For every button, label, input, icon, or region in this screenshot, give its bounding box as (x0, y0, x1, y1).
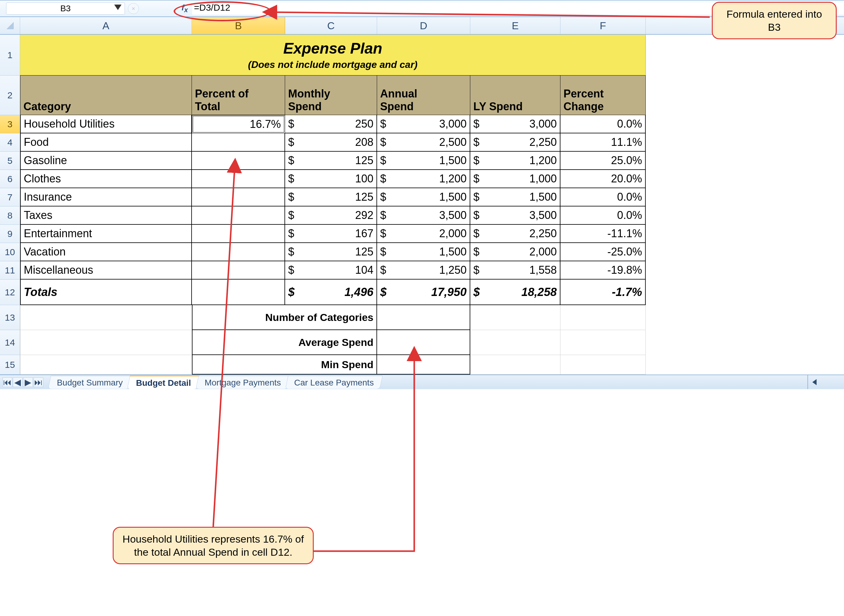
row-header-8[interactable]: 8 (0, 207, 20, 225)
cell-ly[interactable]: $3,000 (470, 115, 561, 133)
totals-label[interactable]: Totals (20, 280, 192, 305)
cell-a13[interactable] (20, 305, 192, 330)
fx-icon[interactable]: fx (182, 3, 188, 14)
cell-monthly[interactable]: $208 (285, 133, 377, 152)
summary-min-label[interactable]: Min Spend (192, 355, 377, 374)
cell-change[interactable]: 0.0% (561, 115, 646, 133)
row-header-5[interactable]: 5 (0, 152, 20, 170)
cell-e13[interactable] (470, 305, 561, 330)
row-header-13[interactable]: 13 (0, 305, 20, 330)
cell-pct[interactable] (192, 133, 285, 152)
cell-change[interactable]: 0.0% (561, 188, 646, 207)
cell-annual[interactable]: $1,500 (377, 152, 470, 170)
cell-annual[interactable]: $1,500 (377, 243, 470, 261)
cell-monthly[interactable]: $125 (285, 243, 377, 261)
horizontal-scroll[interactable] (807, 375, 844, 389)
cell-category[interactable]: Entertainment (20, 225, 192, 243)
cell-pct[interactable] (192, 152, 285, 170)
cell-annual[interactable]: $2,500 (377, 133, 470, 152)
tab-first-icon[interactable]: ⏮ (3, 377, 12, 387)
cell-pct[interactable] (192, 243, 285, 261)
cell-monthly[interactable]: $250 (285, 115, 377, 133)
col-header-b[interactable]: B (192, 17, 285, 34)
summary-min-value[interactable] (377, 355, 470, 374)
row-header-15[interactable]: 15 (0, 355, 20, 374)
cell-annual[interactable]: $3,500 (377, 207, 470, 225)
tab-mortgage-payments[interactable]: Mortgage Payments (195, 376, 290, 389)
header-pct[interactable]: Percent ofTotal (192, 76, 285, 115)
cell-change[interactable]: 11.1% (561, 133, 646, 152)
row-header-4[interactable]: 4 (0, 133, 20, 152)
cell-category[interactable]: Gasoline (20, 152, 192, 170)
row-header-14[interactable]: 14 (0, 330, 20, 355)
row-header-10[interactable]: 10 (0, 243, 20, 261)
cell-annual[interactable]: $2,000 (377, 225, 470, 243)
cell-ly[interactable]: $1,000 (470, 170, 561, 188)
totals-monthly[interactable]: $1,496 (285, 280, 377, 305)
cell-category[interactable]: Clothes (20, 170, 192, 188)
cell-e14[interactable] (470, 330, 561, 355)
row-header-2[interactable]: 2 (0, 76, 20, 115)
cell-change[interactable]: 0.0% (561, 207, 646, 225)
cell-annual[interactable]: $1,500 (377, 188, 470, 207)
cell-change[interactable]: 20.0% (561, 170, 646, 188)
col-header-e[interactable]: E (470, 17, 561, 34)
cell-change[interactable]: -11.1% (561, 225, 646, 243)
col-header-f[interactable]: F (561, 17, 646, 34)
cell-ly[interactable]: $1,500 (470, 188, 561, 207)
header-annual[interactable]: AnnualSpend (377, 76, 470, 115)
cell-ly[interactable]: $2,250 (470, 225, 561, 243)
cell-f14[interactable] (561, 330, 646, 355)
cell-monthly[interactable]: $125 (285, 188, 377, 207)
cell-ly[interactable]: $1,558 (470, 261, 561, 280)
cell-annual[interactable]: $1,200 (377, 170, 470, 188)
col-header-c[interactable]: C (285, 17, 377, 34)
header-monthly[interactable]: MonthlySpend (285, 76, 377, 115)
row-header-9[interactable]: 9 (0, 225, 20, 243)
name-box[interactable]: B3 (6, 3, 125, 15)
summary-avg-label[interactable]: Average Spend (192, 330, 377, 355)
totals-annual[interactable]: $17,950 (377, 280, 470, 305)
cell-category[interactable]: Food (20, 133, 192, 152)
header-change[interactable]: PercentChange (561, 76, 646, 115)
cell-monthly[interactable]: $292 (285, 207, 377, 225)
cell-category[interactable]: Insurance (20, 188, 192, 207)
cell-monthly[interactable]: $104 (285, 261, 377, 280)
cancel-formula-icon[interactable]: × (128, 3, 139, 14)
summary-num-value[interactable] (377, 305, 470, 330)
select-all-corner[interactable] (0, 17, 20, 34)
cell-pct[interactable] (192, 207, 285, 225)
cell-pct[interactable] (192, 170, 285, 188)
cell-f13[interactable] (561, 305, 646, 330)
cell-f15[interactable] (561, 355, 646, 374)
cell-category[interactable]: Vacation (20, 243, 192, 261)
cell-category[interactable]: Household Utilities (20, 115, 192, 133)
tab-budget-detail[interactable]: Budget Detail (127, 375, 200, 389)
totals-change[interactable]: -1.7% (561, 280, 646, 305)
totals-ly[interactable]: $18,258 (470, 280, 561, 305)
cell-pct[interactable]: 16.7% (192, 115, 285, 133)
cell-category[interactable]: Miscellaneous (20, 261, 192, 280)
cell-annual[interactable]: $3,000 (377, 115, 470, 133)
row-header-12[interactable]: 12 (0, 280, 20, 305)
cell-ly[interactable]: $2,250 (470, 133, 561, 152)
row-header-1[interactable]: 1 (0, 35, 20, 76)
title-cell[interactable]: Expense Plan (Does not include mortgage … (20, 35, 646, 76)
cell-change[interactable]: 25.0% (561, 152, 646, 170)
cell-annual[interactable]: $1,250 (377, 261, 470, 280)
cell-ly[interactable]: $1,200 (470, 152, 561, 170)
row-header-6[interactable]: 6 (0, 170, 20, 188)
tab-budget-summary[interactable]: Budget Summary (48, 376, 132, 389)
header-category[interactable]: Category (20, 76, 192, 115)
cell-monthly[interactable]: $167 (285, 225, 377, 243)
cell-category[interactable]: Taxes (20, 207, 192, 225)
cell-a14[interactable] (20, 330, 192, 355)
col-header-d[interactable]: D (377, 17, 470, 34)
cell-monthly[interactable]: $125 (285, 152, 377, 170)
cell-pct[interactable] (192, 261, 285, 280)
tab-next-icon[interactable]: ▶ (23, 377, 33, 387)
row-header-11[interactable]: 11 (0, 261, 20, 280)
row-header-3[interactable]: 3 (0, 115, 20, 133)
header-ly[interactable]: LY Spend (470, 76, 561, 115)
tab-prev-icon[interactable]: ◀ (13, 377, 22, 387)
